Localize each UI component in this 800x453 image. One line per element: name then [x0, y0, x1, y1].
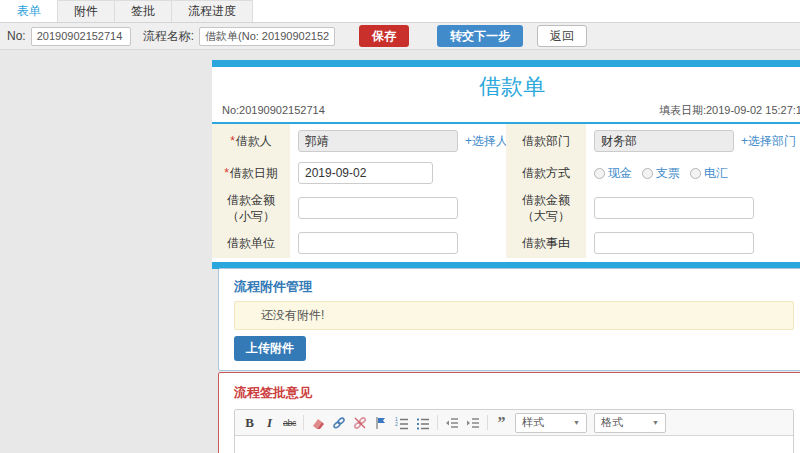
no-input[interactable] — [31, 27, 131, 46]
tab-progress[interactable]: 流程进度 — [171, 0, 253, 22]
radio-cheque[interactable]: 支票 — [642, 165, 680, 182]
rich-text-editor: B I abc 12 — [234, 409, 794, 453]
amount-upper-label: 借款金额（大写） — [512, 192, 580, 224]
radio-wire[interactable]: 电汇 — [690, 165, 728, 182]
toolbar-separator — [437, 415, 438, 430]
borrower-input[interactable] — [298, 130, 458, 152]
department-label-cell: 借款部门 — [506, 124, 586, 158]
department-label: 借款部门 — [522, 133, 570, 149]
svg-text:2: 2 — [395, 421, 398, 427]
form-grid: *借款人 +选择人员 借款部门 +选择部门 *借款日期 — [212, 124, 800, 258]
strikethrough-icon[interactable]: abc — [283, 415, 296, 430]
editor-toolbar: B I abc 12 — [235, 410, 793, 436]
flow-name-input[interactable] — [199, 27, 335, 46]
radio-wire-label[interactable]: 电汇 — [704, 165, 728, 182]
tab-form[interactable]: 表单 — [0, 0, 58, 22]
radio-cash-label[interactable]: 现金 — [608, 165, 632, 182]
borrower-field-cell: +选择人员 — [290, 124, 506, 158]
panel-top-bar — [212, 60, 800, 67]
toolbar-separator — [487, 415, 488, 430]
italic-icon[interactable]: I — [263, 415, 276, 430]
amount-lower-label-cell: 借款金额（小写） — [212, 188, 290, 228]
page-background: 借款单 No:20190902152714 填表日期:2019-09-02 15… — [0, 50, 800, 453]
loan-date-label: 借款日期 — [230, 166, 278, 180]
chevron-down-icon: ▼ — [573, 419, 580, 426]
required-mark: * — [230, 134, 235, 148]
numbered-list-icon[interactable]: 12 — [395, 415, 409, 430]
loan-unit-label-cell: 借款单位 — [212, 228, 290, 258]
amount-upper-input[interactable] — [594, 197, 754, 219]
loan-method-label-cell: 借款方式 — [506, 158, 586, 188]
form-no-text: No:20190902152714 — [222, 104, 325, 116]
department-field-cell: +选择部门 — [586, 124, 800, 158]
no-label: No: — [7, 29, 26, 43]
anchor-flag-icon[interactable] — [374, 415, 388, 430]
link-icon[interactable] — [332, 415, 346, 430]
loan-method-field-cell: 现金 支票 电汇 — [586, 158, 800, 188]
loan-method-radios: 现金 支票 电汇 — [594, 165, 728, 182]
save-button[interactable]: 保存 — [359, 25, 409, 47]
select-department-link[interactable]: +选择部门 — [741, 133, 796, 150]
flow-name-label: 流程名称: — [143, 28, 194, 45]
form-date-text: 填表日期:2019-09-02 15:27:1 — [659, 104, 800, 116]
loan-reason-label-cell: 借款事由 — [506, 228, 586, 258]
department-input[interactable] — [594, 130, 734, 152]
tab-bar: 表单 附件 签批 流程进度 — [0, 0, 800, 23]
amount-lower-field-cell — [290, 188, 506, 228]
blockquote-icon[interactable]: ” — [495, 415, 508, 430]
loan-reason-input[interactable] — [594, 232, 754, 254]
format-dropdown-label: 格式 — [601, 415, 623, 430]
upload-attachment-button[interactable]: 上传附件 — [234, 336, 306, 361]
chevron-down-icon: ▼ — [652, 419, 659, 426]
bold-icon[interactable]: B — [243, 415, 256, 430]
loan-method-label: 借款方式 — [522, 165, 570, 181]
radio-cheque-label[interactable]: 支票 — [656, 165, 680, 182]
borrower-label: 借款人 — [236, 134, 272, 148]
form-title: 借款单 — [212, 67, 800, 101]
approval-panel: 流程签批意见 B I abc 12 — [218, 372, 800, 453]
amount-lower-input[interactable] — [298, 197, 458, 219]
loan-form-panel: 借款单 No:20190902152714 填表日期:2019-09-02 15… — [212, 60, 800, 269]
amount-lower-label: 借款金额（小写） — [218, 192, 284, 224]
loan-date-input[interactable] — [298, 162, 433, 184]
radio-icon[interactable] — [642, 168, 653, 179]
loan-reason-label: 借款事由 — [522, 235, 570, 251]
outdent-icon[interactable] — [445, 415, 459, 430]
amount-upper-field-cell — [586, 188, 800, 228]
bullet-list-icon[interactable] — [416, 415, 430, 430]
required-mark: * — [224, 166, 229, 180]
loan-unit-label: 借款单位 — [227, 235, 275, 251]
form-meta-row: No:20190902152714 填表日期:2019-09-02 15:27:… — [212, 101, 800, 122]
styles-dropdown-label: 样式 — [522, 415, 544, 430]
unlink-icon[interactable] — [353, 415, 367, 430]
remove-format-icon[interactable] — [311, 415, 325, 430]
toolbar-separator — [303, 415, 304, 430]
format-dropdown[interactable]: 格式 ▼ — [594, 413, 666, 433]
editor-content-area[interactable] — [235, 436, 793, 453]
styles-dropdown[interactable]: 样式 ▼ — [515, 413, 587, 433]
tab-approval[interactable]: 签批 — [114, 0, 172, 22]
loan-date-field-cell — [290, 158, 506, 188]
loan-unit-input[interactable] — [298, 232, 458, 254]
indent-icon[interactable] — [466, 415, 480, 430]
radio-cash[interactable]: 现金 — [594, 165, 632, 182]
amount-upper-label-cell: 借款金额（大写） — [506, 188, 586, 228]
borrower-label-cell: *借款人 — [212, 124, 290, 158]
no-attachments-alert: 还没有附件! — [234, 301, 794, 330]
loan-date-label-cell: *借款日期 — [212, 158, 290, 188]
loan-unit-field-cell — [290, 228, 506, 258]
loan-reason-field-cell — [586, 228, 800, 258]
attachments-heading: 流程附件管理 — [234, 279, 794, 294]
radio-icon[interactable] — [690, 168, 701, 179]
back-button[interactable]: 返回 — [537, 25, 587, 47]
forward-next-step-button[interactable]: 转交下一步 — [437, 25, 523, 47]
attachments-panel: 流程附件管理 还没有附件! 上传附件 — [218, 268, 800, 371]
radio-icon[interactable] — [594, 168, 605, 179]
approval-heading: 流程签批意见 — [234, 385, 794, 400]
tab-attachment[interactable]: 附件 — [57, 0, 115, 22]
command-bar: No: 流程名称: 保存 转交下一步 返回 — [0, 23, 800, 50]
